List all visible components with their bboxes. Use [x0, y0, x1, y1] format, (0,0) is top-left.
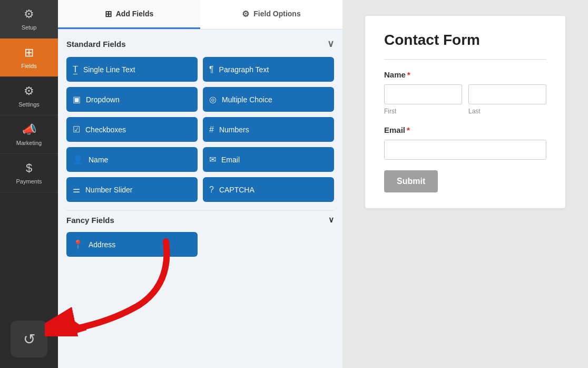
address-icon: 📍	[73, 239, 83, 249]
tab-add-fields[interactable]: ⊞ Add Fields	[58, 0, 200, 29]
tab-field-options[interactable]: ⚙ Field Options	[200, 0, 342, 29]
field-label-paragraph-text: Paragraph Text	[219, 65, 269, 74]
marketing-icon: 📣	[22, 123, 36, 137]
field-label-email: Email	[221, 156, 240, 164]
field-btn-email[interactable]: ✉ Email	[203, 147, 334, 172]
fancy-fields-grid: 📍 Address	[66, 232, 334, 257]
form-title: Contact Form	[384, 32, 546, 49]
field-label-dropdown: Dropdown	[86, 95, 120, 104]
fancy-fields-header: Fancy Fields ∨	[66, 210, 334, 225]
field-btn-dropdown[interactable]: ▣ Dropdown	[66, 87, 198, 112]
field-label-captcha: CAPTCHA	[219, 186, 254, 194]
checkboxes-icon: ☑	[73, 124, 80, 134]
name-required-star: *	[407, 70, 410, 79]
sidebar-bottom: ↺	[11, 321, 47, 357]
last-label: Last	[468, 108, 546, 115]
sidebar-label-payments: Payments	[16, 178, 42, 185]
add-fields-tab-icon: ⊞	[105, 9, 112, 19]
paragraph-text-icon: ¶	[209, 65, 214, 74]
tab-add-fields-label: Add Fields	[116, 9, 154, 18]
field-label-numbers: Numbers	[219, 125, 249, 134]
sidebar-item-marketing[interactable]: 📣 Marketing	[0, 115, 58, 154]
name-inputs	[384, 84, 546, 104]
standard-fields-label: Standard Fields	[66, 40, 126, 49]
sidebar: ⚙ Setup ⊞ Fields ⚙ Settings 📣 Marketing …	[0, 0, 58, 368]
sidebar-label-marketing: Marketing	[16, 140, 42, 146]
fancy-fields-label: Fancy Fields	[66, 216, 114, 225]
history-button[interactable]: ↺	[11, 321, 47, 357]
field-btn-paragraph-text[interactable]: ¶ Paragraph Text	[203, 57, 334, 82]
sidebar-item-payments[interactable]: $ Payments	[0, 154, 58, 192]
standard-fields-header: Standard Fields ∨	[66, 38, 334, 50]
email-required-star: *	[407, 125, 410, 134]
multiple-choice-icon: ◎	[209, 94, 217, 104]
field-label-single-line-text: Single Line Text	[83, 65, 135, 74]
numbers-icon: #	[209, 125, 214, 134]
submit-button[interactable]: Submit	[384, 170, 438, 192]
field-options-tab-icon: ⚙	[242, 9, 249, 19]
email-icon: ✉	[209, 154, 216, 164]
first-label: First	[384, 108, 462, 115]
last-name-input[interactable]	[468, 84, 546, 104]
name-icon: 👤	[73, 154, 83, 164]
fields-icon: ⊞	[24, 46, 34, 60]
field-label-address: Address	[89, 240, 115, 249]
standard-fields-chevron[interactable]: ∨	[327, 38, 334, 50]
field-label-number-slider: Number Slider	[85, 186, 132, 194]
field-label-name: Name	[89, 156, 108, 164]
sidebar-item-setup[interactable]: ⚙ Setup	[0, 0, 58, 38]
form-divider	[384, 59, 546, 60]
number-slider-icon: ⚌	[73, 185, 80, 195]
field-btn-number-slider[interactable]: ⚌ Number Slider	[66, 177, 198, 202]
history-icon: ↺	[23, 331, 35, 348]
sidebar-label-fields: Fields	[21, 63, 36, 69]
sidebar-label-setup: Setup	[22, 24, 37, 31]
sidebar-label-settings: Settings	[18, 101, 40, 108]
fancy-fields-chevron[interactable]: ∨	[328, 215, 334, 225]
gear-icon: ⚙	[24, 7, 34, 21]
name-sub-labels: First Last	[384, 108, 546, 115]
tabs: ⊞ Add Fields ⚙ Field Options	[58, 0, 342, 30]
field-btn-single-line-text[interactable]: T̲ Single Line Text	[66, 57, 198, 82]
payments-icon: $	[26, 161, 32, 175]
field-btn-captcha[interactable]: ? CAPTCHA	[203, 177, 334, 202]
tab-field-options-label: Field Options	[253, 9, 300, 18]
form-preview: Contact Form Name* First Last Email* Sub…	[342, 0, 588, 368]
captcha-icon: ?	[209, 185, 214, 195]
standard-fields-grid: T̲ Single Line Text ¶ Paragraph Text ▣ D…	[66, 57, 334, 202]
single-line-text-icon: T̲	[73, 64, 78, 74]
form-card: Contact Form Name* First Last Email* Sub…	[365, 16, 565, 208]
field-btn-name[interactable]: 👤 Name	[66, 147, 198, 172]
field-btn-address[interactable]: 📍 Address	[66, 232, 198, 257]
email-input[interactable]	[384, 140, 546, 160]
field-btn-multiple-choice[interactable]: ◎ Multiple Choice	[203, 87, 334, 112]
form-name-label: Name*	[384, 70, 546, 79]
field-label-checkboxes: Checkboxes	[85, 125, 126, 134]
main-panel: ⊞ Add Fields ⚙ Field Options Standard Fi…	[58, 0, 342, 368]
fields-area: Standard Fields ∨ T̲ Single Line Text ¶ …	[58, 30, 342, 368]
sidebar-item-settings[interactable]: ⚙ Settings	[0, 77, 58, 115]
dropdown-icon: ▣	[73, 94, 81, 104]
sidebar-item-fields[interactable]: ⊞ Fields	[0, 38, 58, 77]
form-email-label: Email*	[384, 125, 546, 134]
first-name-input[interactable]	[384, 84, 462, 104]
field-btn-numbers[interactable]: # Numbers	[203, 117, 334, 142]
field-btn-checkboxes[interactable]: ☑ Checkboxes	[66, 117, 198, 142]
field-label-multiple-choice: Multiple Choice	[222, 95, 272, 104]
settings-icon: ⚙	[24, 84, 34, 98]
